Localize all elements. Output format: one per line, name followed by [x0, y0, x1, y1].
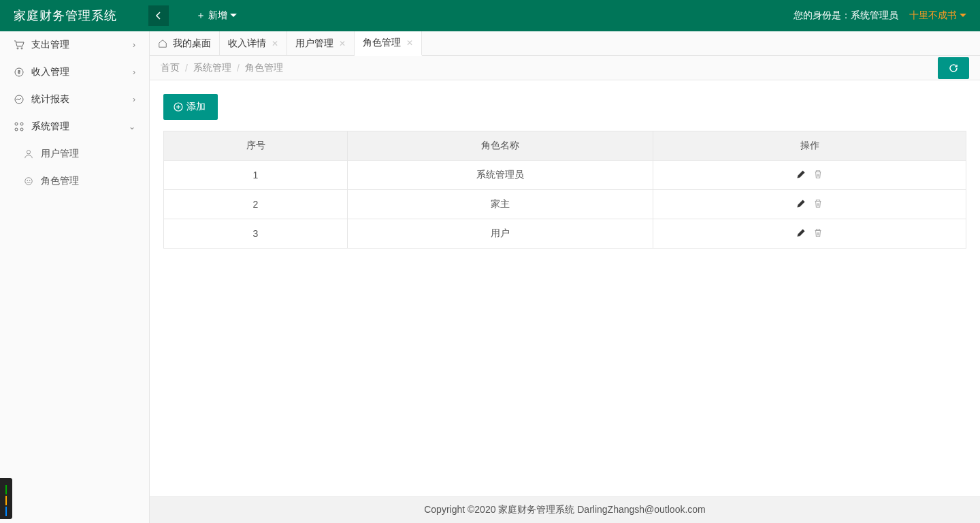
plus-icon: ＋ — [196, 10, 206, 22]
sidebar-item-label: 收入管理 — [31, 66, 69, 78]
table-row: 3 用户 — [164, 219, 966, 249]
svg-point-5 — [20, 123, 23, 125]
new-button[interactable]: ＋ 新增 — [196, 10, 237, 22]
new-label: 新增 — [208, 10, 227, 22]
svg-point-3 — [15, 95, 23, 104]
cell-actions — [653, 190, 966, 219]
sidebar-subitem-label: 用户管理 — [41, 148, 79, 160]
svg-point-10 — [27, 180, 28, 181]
refresh-button[interactable] — [938, 57, 969, 79]
cell-name: 系统管理员 — [348, 161, 653, 190]
edit-button[interactable] — [796, 228, 806, 238]
svg-point-7 — [20, 128, 23, 131]
trash-icon — [813, 199, 823, 208]
sidebar-item-label: 支出管理 — [31, 39, 69, 51]
main-area: 我的桌面 收入详情 ✕ 用户管理 ✕ 角色管理 ✕ 首页 / 系统管理 / 角色… — [150, 31, 980, 523]
sidebar-subitem-user[interactable]: 用户管理 — [0, 140, 149, 168]
breadcrumb-sep: / — [237, 63, 240, 74]
tab-label: 角色管理 — [363, 37, 401, 49]
col-header-action: 操作 — [653, 131, 966, 161]
sidebar-item-income[interactable]: 收入管理 › — [0, 59, 149, 86]
trash-icon — [813, 228, 823, 238]
chevron-down-icon: ⌄ — [129, 122, 135, 131]
caret-down-icon — [960, 14, 966, 18]
table-row: 2 家主 — [164, 190, 966, 219]
svg-point-8 — [27, 150, 30, 154]
svg-point-1 — [21, 48, 22, 49]
caret-down-icon — [230, 14, 237, 18]
add-label: 添加 — [186, 101, 206, 113]
sidebar: 支出管理 › 收入管理 › 统计报表 › 系统管理 ⌄ — [0, 31, 150, 523]
breadcrumb-page: 角色管理 — [245, 62, 283, 74]
tab-label: 用户管理 — [295, 37, 333, 50]
edit-button[interactable] — [796, 170, 806, 179]
cart-icon — [14, 39, 24, 50]
edit-button[interactable] — [796, 199, 806, 208]
svg-point-11 — [29, 180, 30, 181]
delete-button[interactable] — [813, 228, 823, 238]
page-content: 添加 序号 角色名称 操作 1 系统管理员 2 家主 — [150, 80, 980, 496]
sidebar-collapse-button[interactable] — [148, 5, 169, 26]
close-icon[interactable]: ✕ — [339, 39, 346, 48]
sidebar-subitem-label: 角色管理 — [41, 175, 79, 187]
cell-actions — [653, 161, 966, 190]
chevron-right-icon: › — [133, 95, 135, 104]
cell-id: 1 — [164, 161, 348, 190]
tab-label: 收入详情 — [228, 37, 266, 50]
tab-role-manage[interactable]: 角色管理 ✕ — [355, 31, 422, 56]
app-header: 家庭财务管理系统 ＋ 新增 您的身份是：系统管理员 十里不成书 — [0, 0, 980, 31]
breadcrumb-sep: / — [185, 63, 188, 74]
svg-point-6 — [15, 128, 18, 131]
col-header-name: 角色名称 — [348, 131, 653, 161]
cell-name: 家主 — [348, 190, 653, 219]
user-menu[interactable]: 十里不成书 — [909, 10, 966, 22]
delete-button[interactable] — [813, 170, 823, 179]
chevron-right-icon: › — [133, 67, 135, 77]
close-icon[interactable]: ✕ — [406, 38, 413, 48]
header-right: 您的身份是：系统管理员 十里不成书 — [794, 10, 980, 22]
refresh-icon — [948, 63, 959, 74]
chart-icon — [14, 94, 24, 105]
dev-indicator — [0, 478, 12, 519]
sidebar-item-expense[interactable]: 支出管理 › — [0, 31, 149, 59]
plus-circle-icon — [173, 101, 184, 112]
pencil-icon — [796, 199, 806, 208]
chevron-left-icon — [155, 12, 162, 20]
dollar-icon — [14, 67, 24, 78]
breadcrumb: 首页 / 系统管理 / 角色管理 — [150, 56, 980, 80]
svg-point-4 — [15, 123, 18, 125]
sidebar-item-report[interactable]: 统计报表 › — [0, 86, 149, 113]
tab-desktop[interactable]: 我的桌面 — [150, 31, 220, 55]
role-table: 序号 角色名称 操作 1 系统管理员 2 家主 — [163, 131, 966, 249]
cell-id: 2 — [164, 190, 348, 219]
face-icon — [23, 176, 34, 187]
cell-actions — [653, 219, 966, 249]
tab-income-detail[interactable]: 收入详情 ✕ — [220, 31, 287, 55]
cell-id: 3 — [164, 219, 348, 249]
sidebar-item-label: 系统管理 — [31, 121, 69, 133]
chevron-right-icon: › — [133, 40, 135, 50]
role-label: 您的身份是：系统管理员 — [794, 10, 898, 22]
sidebar-subitem-role[interactable]: 角色管理 — [0, 168, 149, 195]
app-logo: 家庭财务管理系统 — [0, 7, 150, 24]
table-row: 1 系统管理员 — [164, 161, 966, 190]
footer: Copyright ©2020 家庭财务管理系统 DarlingZhangsh@… — [150, 496, 980, 523]
close-icon[interactable]: ✕ — [272, 39, 278, 48]
username-label: 十里不成书 — [909, 10, 957, 22]
pencil-icon — [796, 228, 806, 238]
sidebar-item-system[interactable]: 系统管理 ⌄ — [0, 113, 149, 140]
apps-icon — [14, 121, 24, 132]
tab-user-manage[interactable]: 用户管理 ✕ — [287, 31, 355, 55]
cell-name: 用户 — [348, 219, 653, 249]
table-header-row: 序号 角色名称 操作 — [164, 131, 966, 161]
svg-point-0 — [17, 48, 18, 49]
user-icon — [23, 148, 34, 159]
breadcrumb-home[interactable]: 首页 — [161, 62, 180, 74]
breadcrumb-section[interactable]: 系统管理 — [193, 62, 231, 74]
sidebar-item-label: 统计报表 — [31, 93, 69, 106]
tab-bar: 我的桌面 收入详情 ✕ 用户管理 ✕ 角色管理 ✕ — [150, 31, 980, 56]
delete-button[interactable] — [813, 199, 823, 208]
pencil-icon — [796, 170, 806, 179]
tab-label: 我的桌面 — [173, 37, 211, 50]
add-button[interactable]: 添加 — [163, 94, 218, 120]
